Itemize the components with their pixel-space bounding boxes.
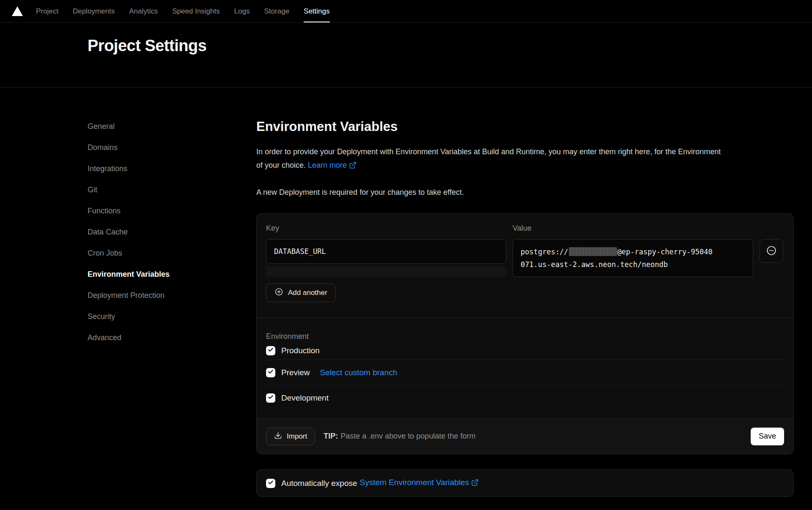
system-env-link[interactable]: System Environment Variables <box>360 478 479 488</box>
sidebar-item-general[interactable]: General <box>88 116 219 137</box>
system-env-text: Automatically expose <box>281 479 357 488</box>
sidebar-item-git[interactable]: Git <box>88 179 219 200</box>
preview-label: Preview <box>281 368 310 377</box>
system-env-checkbox[interactable] <box>266 479 275 488</box>
checkmark-icon <box>268 480 274 487</box>
value-label: Value <box>513 224 753 233</box>
value-prefix: postgres:// <box>521 248 568 256</box>
environment-section: Environment Production Preview Select cu… <box>257 317 793 411</box>
system-env-link-label: System Environment Variables <box>360 478 469 487</box>
main-content: Environment Variables In order to provid… <box>256 118 794 497</box>
description-line-2: of your choice. <box>256 161 306 169</box>
page-title: Project Settings <box>88 37 206 55</box>
add-another-label: Add another <box>288 289 327 297</box>
value-line-1: postgres://@ep-raspy-cherry-95040 <box>521 245 745 258</box>
select-custom-branch-link[interactable]: Select custom branch <box>320 368 398 377</box>
value-suffix: @ep-raspy-cherry-95040 <box>617 248 713 256</box>
add-row: Add another <box>257 277 793 302</box>
sidebar-item-security[interactable]: Security <box>88 306 219 327</box>
key-column: DATABASE_URL <box>266 239 506 277</box>
add-another-button[interactable]: Add another <box>266 284 336 302</box>
nav-tab-deployments[interactable]: Deployments <box>73 0 115 22</box>
sidebar-item-deployment-protection[interactable]: Deployment Protection <box>88 285 219 306</box>
sidebar-item-integrations[interactable]: Integrations <box>88 158 219 179</box>
header-divider <box>0 87 812 87</box>
plus-circle-icon <box>274 287 283 298</box>
environment-label: Environment <box>266 332 784 341</box>
download-icon <box>274 431 282 442</box>
sidebar-item-cron-jobs[interactable]: Cron Jobs <box>88 243 219 264</box>
section-description: In order to provide your Deployment with… <box>256 145 794 173</box>
external-link-icon <box>349 160 357 173</box>
nav-tab-logs[interactable]: Logs <box>234 0 250 22</box>
learn-more-label: Learn more <box>308 161 347 169</box>
tip-text: TIP:Paste a .env above to populate the f… <box>324 432 475 441</box>
development-label: Development <box>281 393 329 403</box>
env-row-development: Development <box>266 385 784 411</box>
page-header: Project Settings <box>0 23 812 87</box>
key-label: Key <box>266 224 506 233</box>
sidebar-item-advanced[interactable]: Advanced <box>88 327 219 348</box>
sidebar-item-data-cache[interactable]: Data Cache <box>88 221 219 243</box>
import-button[interactable]: Import <box>266 428 315 445</box>
tip-bold: TIP: <box>324 432 338 440</box>
minus-circle-icon <box>766 245 777 257</box>
env-row-preview: Preview Select custom branch <box>266 360 784 385</box>
nav-items: Project Deployments Analytics Speed Insi… <box>36 0 330 22</box>
save-button[interactable]: Save <box>751 428 784 445</box>
nav-tab-analytics[interactable]: Analytics <box>129 0 158 22</box>
top-navbar: Project Deployments Analytics Speed Insi… <box>0 0 812 23</box>
tip-body: Paste a .env above to populate the form <box>340 432 475 440</box>
redacted-credentials <box>569 247 617 256</box>
sidebar-item-functions[interactable]: Functions <box>88 200 219 221</box>
key-input[interactable]: DATABASE_URL <box>266 239 506 264</box>
form-footer: Import TIP:Paste a .env above to populat… <box>257 418 793 454</box>
nav-tab-storage[interactable]: Storage <box>264 0 290 22</box>
learn-more-link[interactable]: Learn more <box>308 161 357 169</box>
deployment-note: A new Deployment is required for your ch… <box>256 185 794 199</box>
external-link-icon <box>471 479 479 488</box>
production-checkbox[interactable] <box>266 346 275 355</box>
checkmark-icon <box>268 347 274 355</box>
env-var-form-card: Key Value DATABASE_URL postgres://@ep-ra… <box>256 213 794 454</box>
value-line-2: 071.us-east-2.aws.neon.tech/neondb <box>521 258 745 271</box>
key-input-strip <box>266 266 506 277</box>
import-label: Import <box>287 432 307 441</box>
checkmark-icon <box>268 394 274 402</box>
remove-variable-button[interactable] <box>760 239 783 263</box>
system-env-card: Automatically expose System Environment … <box>256 469 794 497</box>
settings-sidebar: General Domains Integrations Git Functio… <box>88 116 219 348</box>
value-input[interactable]: postgres://@ep-raspy-cherry-95040 071.us… <box>513 239 753 277</box>
vercel-logo-icon[interactable] <box>12 6 23 16</box>
nav-tab-speed-insights[interactable]: Speed Insights <box>172 0 219 22</box>
preview-checkbox[interactable] <box>266 368 275 377</box>
env-row-production: Production <box>266 341 784 360</box>
sidebar-item-domains[interactable]: Domains <box>88 137 219 158</box>
nav-tab-settings[interactable]: Settings <box>304 0 329 22</box>
section-heading: Environment Variables <box>256 118 794 135</box>
form-top: Key Value DATABASE_URL postgres://@ep-ra… <box>257 214 793 277</box>
checkmark-icon <box>268 369 274 376</box>
description-line-1: In order to provide your Deployment with… <box>256 147 721 156</box>
nav-tab-project[interactable]: Project <box>36 0 58 22</box>
sidebar-item-environment-variables[interactable]: Environment Variables <box>88 264 219 285</box>
production-label: Production <box>281 346 320 355</box>
development-checkbox[interactable] <box>266 393 275 403</box>
